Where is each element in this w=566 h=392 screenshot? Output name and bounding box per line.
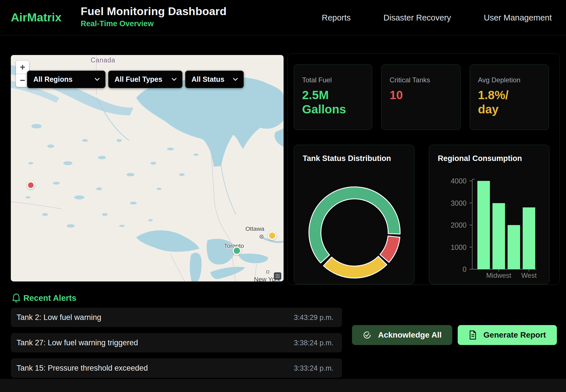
tank-status-donut-chart [294,145,415,285]
fuel-type-filter-select[interactable]: All Fuel Types [108,71,182,88]
nav-reports[interactable]: Reports [322,13,351,23]
alert-row[interactable]: Tank 27: Low fuel warning triggered 3:38… [11,333,342,352]
consumption-bar[interactable] [477,181,490,269]
brand-logo[interactable]: AirMatrix [11,11,62,24]
bottom-strip [0,379,566,392]
regional-consumption-card: Regional Consumption 40003000200010000Mi… [429,145,549,284]
consumption-bar[interactable] [508,225,520,269]
consumption-bar[interactable] [492,203,505,270]
nav-disaster-recovery[interactable]: Disaster Recovery [384,13,451,23]
check-circle-icon [363,330,372,340]
acknowledge-all-button[interactable]: Acknowledge All [352,325,452,345]
generate-report-label: Generate Report [483,330,546,340]
alert-row[interactable]: Tank 2: Low fuel warning 3:43:29 p.m. [11,308,342,327]
alert-time: 3:33:24 p.m. [294,364,333,372]
fuel-type-filter-value: All Fuel Types [115,75,162,83]
region-filter-select[interactable]: All Regions [27,71,105,88]
donut-segment-yellow[interactable] [323,256,387,278]
document-icon [469,330,477,340]
donut-segment-red[interactable] [380,236,400,262]
consumption-bar[interactable] [523,207,535,269]
kpi-avg-depletion: Avg Depletion 1.8%/day [470,64,549,130]
kpi-value: 10 [390,88,460,102]
bar-chart-xtick: Midwest [486,271,511,279]
newyork-city-marker-icon [266,270,269,273]
nav-user-management[interactable]: User Management [484,13,552,23]
map-resize-handle[interactable] [274,272,281,280]
ottawa-city-marker-icon [259,234,264,239]
donut-chart-title: Tank Status Distribution [303,154,391,163]
kpi-critical-tanks: Critical Tanks 10 [381,64,461,130]
warning-tank-marker[interactable] [268,231,276,240]
kpi-value: 1.8%/day [478,88,549,116]
kpi-label: Critical Tanks [390,76,460,84]
alert-text: Tank 27: Low fuel warning triggered [17,338,138,347]
alert-row[interactable]: Tank 15: Pressure threshold exceeded 3:3… [11,358,342,378]
chevron-down-icon [233,78,238,81]
alerts-section-title: Recent Alerts [23,293,76,303]
critical-tank-marker[interactable] [27,181,35,189]
map-filters: All Regions All Fuel Types All Status [27,71,244,88]
acknowledge-all-label: Acknowledge All [378,330,441,340]
regional-consumption-bar-chart: 40003000200010000MidwestWest [429,145,550,285]
kpi-total-fuel: Total Fuel 2.5MGallons [294,64,372,130]
bar-chart-ytick: 3000 [444,199,467,207]
alert-time: 3:43:29 p.m. [294,313,333,322]
page-subtitle: Real-Time Overview [81,19,227,28]
grip-dots-icon [275,274,280,278]
operational-tank-marker[interactable] [233,246,241,255]
kpi-label: Total Fuel [302,76,372,84]
page-title: Fuel Monitoring Dashboard [81,5,227,18]
bell-icon [11,293,21,303]
fuel-monitoring-dashboard: AirMatrix Fuel Monitoring Dashboard Real… [0,0,566,392]
status-filter-value: All Status [192,75,224,83]
map-country-label: Canada [91,56,115,64]
main-nav: Reports Disaster Recovery User Managemen… [322,0,552,35]
bar-chart-ytick: 0 [444,265,467,273]
chevron-down-icon [172,78,177,81]
chevron-down-icon [95,78,100,81]
title-block: Fuel Monitoring Dashboard Real-Time Over… [81,5,227,28]
status-filter-select[interactable]: All Status [185,71,244,88]
bar-chart-ytick: 2000 [444,221,467,229]
alert-time: 3:38:24 p.m. [294,339,333,347]
generate-report-button[interactable]: Generate Report [458,325,557,345]
tank-status-card: Tank Status Distribution [294,145,414,284]
bar-chart-ytick: 4000 [444,177,467,185]
map-city-label-ottawa: Ottawa [245,225,264,232]
alert-text: Tank 15: Pressure threshold exceeded [17,364,148,373]
bar-chart-ytick: 1000 [444,243,467,251]
kpi-value: 2.5MGallons [302,88,372,116]
region-filter-value: All Regions [33,75,73,83]
app-header: AirMatrix Fuel Monitoring Dashboard Real… [0,0,566,35]
alert-text: Tank 2: Low fuel warning [17,313,101,322]
bar-chart-xtick: West [521,271,537,279]
metrics-panel: Total Fuel 2.5MGallons Critical Tanks 10… [287,53,560,285]
kpi-label: Avg Depletion [478,76,549,84]
map[interactable]: Canada Ottawa Toronto New York + − All R… [11,55,284,281]
